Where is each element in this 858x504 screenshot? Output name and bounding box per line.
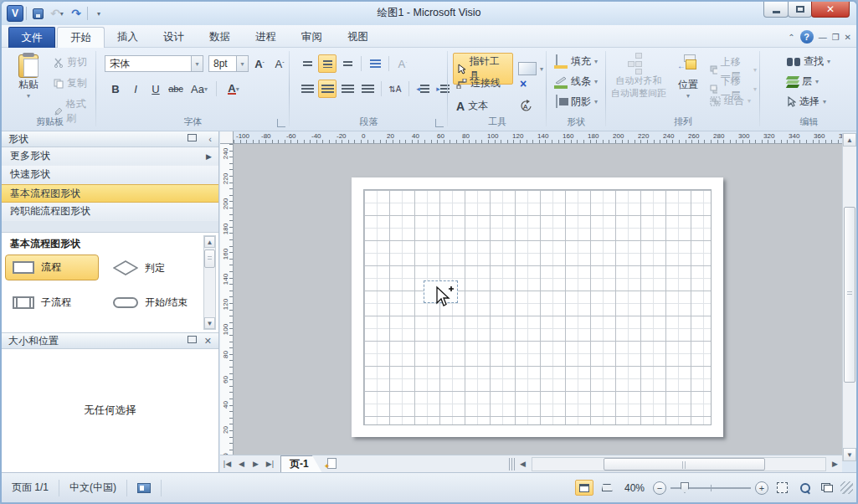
drawing-canvas[interactable]: [234, 144, 845, 458]
scroll-up-icon[interactable]: ▲: [843, 133, 856, 147]
text-direction-button[interactable]: ⇅A: [386, 80, 404, 98]
doc-minimize-icon[interactable]: —: [819, 33, 827, 42]
page-indicator[interactable]: 页面 1/1: [2, 480, 59, 496]
page-tab-1[interactable]: 页-1: [280, 455, 322, 473]
stencil-scroll-up-icon[interactable]: ▲: [204, 236, 215, 248]
scroll-down-icon[interactable]: ▼: [843, 448, 856, 461]
paste-button[interactable]: 粘贴 ▾: [10, 53, 47, 118]
quick-shapes-item[interactable]: 快速形状: [2, 166, 218, 184]
align-center-button[interactable]: [318, 80, 337, 98]
cut-button[interactable]: 剪切: [50, 54, 96, 70]
layers-button[interactable]: 层▾: [784, 74, 822, 90]
next-page-button[interactable]: ▶: [249, 457, 263, 471]
bold-button[interactable]: B: [106, 80, 125, 98]
position-button[interactable]: ← 位置 ▾: [671, 54, 705, 100]
font-name-select[interactable]: 宋体 ▾: [105, 55, 203, 72]
last-page-button[interactable]: ▶|: [263, 457, 277, 471]
insert-page-button[interactable]: ✦: [324, 457, 342, 471]
macro-record-button[interactable]: [127, 480, 162, 496]
first-page-button[interactable]: |◀: [220, 457, 234, 471]
tab-review[interactable]: 审阅: [289, 27, 335, 48]
tab-design[interactable]: 设计: [151, 27, 197, 48]
text-block-tool-button[interactable]: A: [516, 99, 536, 113]
font-size-dropdown-icon[interactable]: ▾: [236, 56, 248, 71]
maximize-button[interactable]: [788, 2, 812, 18]
fill-button[interactable]: 填充▾: [551, 54, 601, 69]
justify-button[interactable]: [358, 80, 377, 98]
switch-windows-button[interactable]: [818, 480, 836, 496]
whole-page-view-button[interactable]: [575, 480, 593, 496]
vertical-scroll-thumb[interactable]: [844, 207, 855, 383]
resize-grip[interactable]: [840, 481, 853, 494]
horizontal-scroll-thumb[interactable]: [604, 458, 765, 471]
font-color-button[interactable]: A▾: [221, 80, 246, 98]
zoom-level[interactable]: 40%: [620, 482, 649, 494]
char-spacing-button[interactable]: Aˊ: [393, 54, 412, 73]
font-name-dropdown-icon[interactable]: ▾: [191, 56, 203, 71]
select-button[interactable]: 选择▾: [784, 94, 830, 110]
stencil-scrollbar[interactable]: ▲ ▼: [203, 235, 216, 330]
help-icon[interactable]: ?: [800, 30, 814, 44]
tab-view[interactable]: 视图: [335, 27, 381, 48]
zoom-slider[interactable]: [670, 481, 751, 494]
scroll-left-icon[interactable]: ◀: [516, 457, 530, 471]
auto-align-space-button[interactable]: 自动对齐和 自动调整间距: [611, 53, 666, 100]
italic-button[interactable]: I: [126, 80, 145, 98]
doc-close-icon[interactable]: ✕: [845, 33, 851, 42]
master-process[interactable]: 流程: [5, 255, 99, 280]
float-panel-icon[interactable]: [188, 134, 197, 141]
stencil-item-crossfunctional[interactable]: 跨职能流程图形状: [2, 203, 218, 221]
align-bottom-button[interactable]: [338, 54, 357, 73]
group-button[interactable]: 组合▾: [706, 93, 754, 109]
zoom-in-button[interactable]: +: [755, 481, 768, 495]
change-case-button[interactable]: Aa▾: [187, 80, 212, 98]
size-position-close-icon[interactable]: ✕: [204, 336, 212, 347]
horizontal-ruler[interactable]: -100-80-60-40-20020406080100120140160180…: [234, 131, 845, 144]
strikethrough-button[interactable]: abc: [167, 80, 185, 98]
language-indicator[interactable]: 中文(中国): [59, 480, 127, 496]
fit-page-to-window-button[interactable]: [773, 480, 791, 496]
size-position-float-icon[interactable]: [188, 336, 197, 343]
minimize-button[interactable]: [763, 2, 789, 18]
shrink-font-button[interactable]: Aˇ: [270, 54, 289, 73]
vertical-ruler[interactable]: 240220200180160140120100806040200: [220, 144, 234, 458]
collapse-ribbon-icon[interactable]: ⌃: [788, 33, 794, 42]
align-left-button[interactable]: [298, 80, 316, 98]
tab-home[interactable]: 开始: [57, 27, 105, 48]
font-size-select[interactable]: 8pt ▾: [208, 55, 249, 72]
align-middle-button[interactable]: [318, 54, 337, 73]
pane-splitter-handle[interactable]: [509, 458, 516, 471]
tab-data[interactable]: 数据: [197, 27, 243, 48]
stencil-item-basic-flowchart[interactable]: 基本流程图形状: [2, 184, 218, 203]
line-button[interactable]: 线条▾: [551, 74, 601, 90]
collapse-panel-icon[interactable]: ‹: [208, 134, 212, 144]
connector-tool-button[interactable]: 连接线: [453, 75, 515, 91]
vertical-scrollbar[interactable]: ▲ ▼: [842, 133, 856, 461]
decrease-indent-button[interactable]: ◂: [414, 80, 432, 98]
presentation-mode-button[interactable]: [598, 480, 616, 496]
align-right-button[interactable]: [338, 80, 357, 98]
stencil-scroll-thumb[interactable]: [204, 249, 215, 268]
tab-insert[interactable]: 插入: [105, 27, 151, 48]
tab-process[interactable]: 进程: [243, 27, 289, 48]
bullets-button[interactable]: [366, 54, 384, 73]
text-tool-button[interactable]: A 文本: [453, 98, 515, 114]
zoom-slider-thumb[interactable]: [681, 482, 689, 493]
doc-restore-icon[interactable]: ❐: [832, 33, 840, 42]
underline-button[interactable]: U: [146, 80, 165, 98]
master-subprocess[interactable]: 子流程: [5, 290, 99, 316]
more-shapes-item[interactable]: 更多形状 ▶: [2, 147, 218, 166]
align-top-button[interactable]: [298, 54, 316, 73]
grow-font-button[interactable]: Aˆ: [250, 54, 269, 73]
drawing-page[interactable]: [352, 177, 723, 437]
paragraph-dialog-launcher[interactable]: [435, 119, 444, 127]
stencil-scroll-down-icon[interactable]: ▼: [204, 317, 215, 329]
horizontal-scrollbar[interactable]: [532, 457, 826, 471]
tab-file[interactable]: 文件: [8, 27, 55, 48]
copy-button[interactable]: 复制: [50, 75, 96, 91]
fill-swatch-button[interactable]: ▾: [515, 61, 547, 76]
master-startend[interactable]: 开始/结束: [105, 290, 199, 316]
scroll-right-icon[interactable]: ▶: [828, 457, 842, 471]
close-button[interactable]: ✕: [811, 2, 850, 18]
zoom-out-button[interactable]: −: [653, 481, 666, 495]
